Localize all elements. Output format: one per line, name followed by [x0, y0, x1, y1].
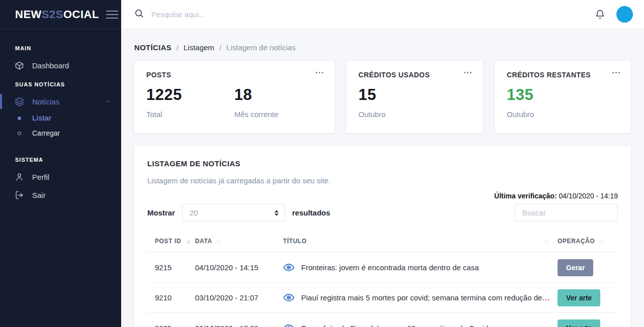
sidebar-item-label: Notícias [32, 97, 59, 106]
stat-label: Total [146, 110, 234, 119]
results-label: resultados [292, 208, 330, 217]
breadcrumb: NOTÍCIAS / Listagem / Listagem de notíci… [134, 29, 631, 52]
ver-arte-button[interactable]: Ver arte [558, 319, 600, 327]
cell-title: Piauí registra mais 5 mortes por covid; … [283, 292, 558, 304]
cell-post-id: 9205 [147, 324, 195, 327]
cell-operation: Ver arte [558, 289, 618, 306]
avatar[interactable] [616, 6, 633, 23]
cell-operation: Gerar [558, 259, 618, 276]
sidebar-item-dashboard[interactable]: Dashboard [0, 56, 121, 74]
sort-icon[interactable]: ↑↓ [216, 238, 221, 244]
gerar-button[interactable]: Gerar [558, 259, 593, 276]
column-label: OPERAÇÃO [558, 238, 595, 245]
brand-header: NEWS2SOCIAL [0, 0, 121, 29]
stat-creditos-usados: 15 Outubro [358, 86, 446, 119]
sidebar-item-perfil[interactable]: Perfil [0, 168, 121, 186]
cell-title: Ex-prefeito de Picos falece aos 80 anos … [283, 322, 558, 327]
stat-cards-row: POSTS 1225 Total 18 Mês corrente [134, 61, 631, 133]
sidebar-item-listar[interactable]: Listar [0, 111, 121, 126]
cell-title: Fronteiras: jovem é encontrada morta den… [283, 262, 558, 274]
column-header-data[interactable]: DATA↑↓ [195, 238, 283, 245]
nav-section-suas-noticias: SUAS NOTÍCIAS [0, 74, 121, 92]
table-row: 9205 03/10/2020 - 17:30 Ex-prefeito de P… [147, 313, 618, 327]
sidebar-nav: MAIN Dashboard SUAS NOTÍCIAS Notícias [0, 29, 121, 204]
table-search-input[interactable] [515, 204, 618, 222]
chevron-down-icon [104, 98, 111, 105]
nav-section-sistema: SISTEMA [0, 150, 121, 168]
card-title: CRÉDITOS USADOS [358, 71, 471, 79]
news-title-text: Ex-prefeito de Picos falece aos 80 anos … [301, 324, 488, 327]
breadcrumb-current: Listagem de notícias [226, 43, 296, 52]
table-row: 9210 03/10/2020 - 21:07 Piauí registra m… [147, 283, 618, 313]
column-header-post-id[interactable]: POST ID↑↓ [147, 238, 195, 245]
sidebar-item-sair[interactable]: Sair [0, 186, 121, 204]
breadcrumb-separator: / [219, 43, 221, 52]
stat-creditos-restantes: 135 Outubro [507, 86, 595, 119]
sidebar-item-carregar[interactable]: Carregar [0, 126, 121, 141]
breadcrumb-separator: / [176, 43, 178, 52]
stat-posts-total: 1225 Total [146, 86, 234, 119]
nav-section-main: MAIN [0, 38, 121, 56]
sort-icon[interactable]: ↑↓ [544, 238, 548, 244]
card-title: CRÉDITOS RESTANTES [507, 71, 619, 79]
card-menu-icon[interactable] [464, 72, 472, 73]
title-ellipsis: … [542, 293, 549, 302]
stat-label: Mês corrente [234, 110, 322, 119]
card-menu-icon[interactable] [612, 72, 620, 73]
sidebar-item-noticias[interactable]: Notícias [0, 92, 121, 111]
column-label: POST ID [155, 238, 181, 245]
brand-part-3: OCIAL [63, 8, 99, 21]
table-header-row: POST ID↑↓ DATA↑↓ TÍTULO↑↓ OPERAÇÃO↑↓ [147, 230, 618, 253]
global-search-input[interactable] [151, 10, 362, 19]
eye-icon[interactable] [283, 292, 295, 304]
column-label: DATA [195, 238, 212, 245]
search-icon [134, 9, 144, 21]
sidebar-item-label: Perfil [32, 173, 49, 181]
card-posts: POSTS 1225 Total 18 Mês corrente [134, 61, 334, 133]
brand-logo[interactable]: NEWS2SOCIAL [15, 8, 99, 21]
hamburger-icon[interactable] [106, 11, 118, 19]
user-icon [14, 172, 24, 182]
content-area: NOTÍCIAS / Listagem / Listagem de notíci… [121, 29, 644, 327]
cell-date: 03/10/2020 - 17:30 [195, 324, 283, 327]
page-size-select[interactable]: 20 [182, 204, 285, 222]
sidebar-subitem-label: Carregar [32, 129, 60, 137]
sidebar: NEWS2SOCIAL MAIN Dashboard SUAS NOTÍCIAS… [0, 0, 121, 327]
sort-icon[interactable]: ↑↓ [185, 238, 190, 244]
eye-icon[interactable] [283, 262, 295, 274]
card-title: POSTS [146, 71, 322, 79]
stat-value: 135 [507, 86, 595, 104]
stat-posts-month: 18 Mês corrente [234, 86, 322, 119]
bell-icon[interactable] [595, 9, 605, 20]
table-row: 9215 04/10/2020 - 14:15 Fronteiras: jove… [147, 253, 618, 283]
stat-value: 18 [234, 86, 322, 104]
sidebar-item-label: Dashboard [32, 61, 69, 70]
cell-post-id: 9215 [147, 263, 195, 272]
show-label: Mostrar [147, 208, 175, 217]
sidebar-subitem-label: Listar [32, 114, 51, 122]
card-menu-icon[interactable] [316, 72, 323, 73]
column-header-operacao[interactable]: OPERAÇÃO↑↓ [558, 238, 618, 245]
cell-date: 04/10/2020 - 14:15 [195, 263, 283, 272]
column-label: TÍTULO [283, 238, 307, 245]
last-verification-value: 04/10/2020 - 14:19 [557, 192, 618, 200]
stat-label: Outubro [507, 110, 595, 119]
eye-icon[interactable] [283, 322, 295, 327]
column-header-titulo[interactable]: TÍTULO↑↓ [283, 238, 558, 245]
brand-part-1: NEW [15, 8, 42, 21]
breadcrumb-root[interactable]: NOTÍCIAS [134, 43, 171, 52]
select-spinner-icon [274, 210, 279, 216]
breadcrumb-listagem[interactable]: Listagem [183, 43, 214, 52]
sort-icon[interactable]: ↑↓ [599, 238, 603, 244]
stat-label: Outubro [358, 110, 446, 119]
news-list-panel: LISTAGEM DE NOTÍCIAS Listagem de notícia… [134, 146, 631, 327]
layers-icon [14, 96, 24, 106]
active-indicator [0, 94, 2, 109]
ver-arte-button[interactable]: Ver arte [558, 289, 600, 306]
panel-title: LISTAGEM DE NOTÍCIAS [147, 159, 618, 168]
page-size-value: 20 [190, 208, 198, 217]
brand-part-2: S2S [42, 8, 63, 21]
cell-date: 03/10/2020 - 21:07 [195, 293, 283, 302]
news-table: POST ID↑↓ DATA↑↓ TÍTULO↑↓ OPERAÇÃO↑↓ [147, 230, 618, 327]
cell-operation: Ver arte [558, 319, 618, 327]
